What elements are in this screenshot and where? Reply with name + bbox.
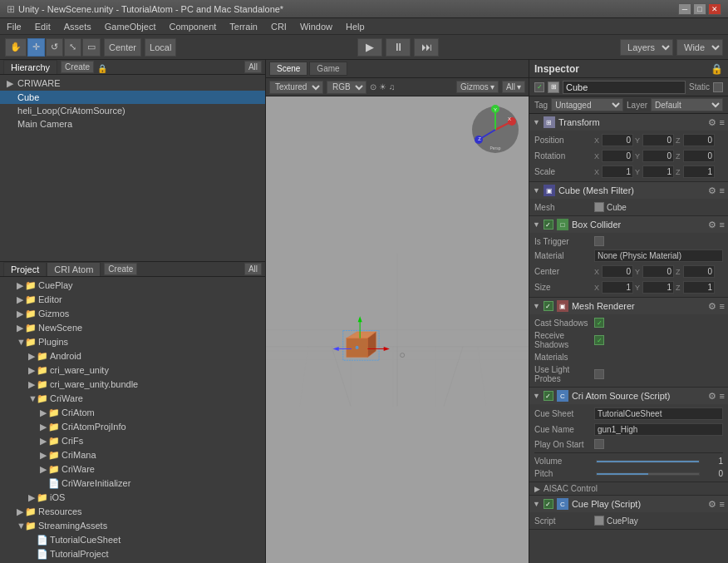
gizmos-button[interactable]: Gizmos ▾ [456,81,499,93]
play-button[interactable]: ▶ [357,38,382,57]
menu-window[interactable]: Window [297,21,336,32]
project-item-streaming[interactable]: ▼ 📁StreamingAssets [0,519,265,533]
meshfilter-menu[interactable]: ≡ [720,185,725,195]
castshadows-checkbox[interactable]: ✓ [594,318,604,328]
boxcollider-header[interactable]: ▼ ✓ □ Box Collider ⚙ ≡ [529,216,728,233]
volume-slider[interactable] [596,460,700,463]
project-item-criatomproj[interactable]: ▶ 📁CriAtomProjInfo [0,420,265,434]
center-z-input[interactable] [683,265,715,278]
meshrenderer-header[interactable]: ▼ ✓ ▣ Mesh Renderer ⚙ ≡ [529,298,728,314]
project-item-tutorialproject[interactable]: 📄TutorialProject [0,547,265,561]
tag-select[interactable]: Untagged [551,98,623,111]
hierarchy-item-criware[interactable]: ▶ CRIWARE [0,77,265,91]
static-checkbox[interactable] [713,82,723,92]
project-tab[interactable]: Project [3,262,47,276]
rot-z-input[interactable] [683,150,715,162]
render-mode-select[interactable]: Textured [269,81,323,94]
inspector-lock[interactable]: 🔒 [711,63,723,75]
istrigger-checkbox[interactable] [594,236,604,246]
hand-tool[interactable]: ✋ [5,38,27,57]
meshfilter-header[interactable]: ▼ ▣ Cube (Mesh Filter) ⚙ ≡ [529,182,728,199]
transform-settings[interactable]: ⚙ [708,117,716,128]
rot-y-input[interactable] [642,150,674,162]
transform-header[interactable]: ▼ ⊞ Transform ⚙ ≡ [529,114,728,131]
pos-y-input[interactable] [642,134,674,146]
close-button[interactable]: ✕ [708,3,721,15]
center-x-input[interactable] [602,265,633,278]
project-item-criwareubitybundle[interactable]: ▶ 📁cri_ware_unity.bundle [0,378,265,392]
scene-icon3[interactable]: ♫ [389,82,396,91]
pos-z-input[interactable] [683,134,715,146]
project-item-crimana[interactable]: ▶ 📁CriMana [0,448,265,462]
project-item-gizmos[interactable]: ▶ 📁Gizmos [0,307,265,321]
object-active-checkbox[interactable]: ✓ [534,82,544,92]
menu-help[interactable]: Help [342,21,368,32]
project-item-ios[interactable]: ▶ 📁iOS [0,491,265,505]
layout-dropdown[interactable]: Wide [676,39,723,56]
maximize-button[interactable]: □ [693,3,706,15]
size-z-input[interactable] [683,281,715,294]
boxcollider-settings[interactable]: ⚙ [708,220,716,230]
pause-button[interactable]: ⏸ [386,38,411,57]
material-input[interactable] [594,249,723,262]
center-toggle[interactable]: Center [104,38,141,57]
meshrenderer-menu[interactable]: ≡ [720,301,725,311]
menu-cri[interactable]: CRI [268,21,290,32]
project-all-btn[interactable]: All [244,263,262,275]
meshrenderer-enabled[interactable]: ✓ [544,301,553,311]
boxcollider-enabled[interactable]: ✓ [544,220,553,230]
hierarchy-item-cube[interactable]: Cube [0,91,265,104]
hierarchy-item-heli[interactable]: heli_Loop(CriAtomSource) [0,104,265,117]
hierarchy-create-btn[interactable]: Create [61,61,94,73]
scale-x-input[interactable] [602,165,633,178]
scene-icon1[interactable]: ⊙ [370,82,376,91]
project-item-criware[interactable]: ▼ 📁CriWare [0,392,265,406]
project-item-criwireinit[interactable]: 📄CriWareInitializer [0,477,265,491]
move-tool[interactable]: ✛ [27,38,45,57]
project-item-cueplay[interactable]: ▶ 📁CuePlay [0,279,265,293]
scene-orientation-gizmo[interactable]: X Y Z Persp [470,105,520,155]
project-item-editor[interactable]: ▶ 📁Editor [0,293,265,307]
layers-dropdown[interactable]: Layers [620,39,673,56]
center-y-input[interactable] [642,265,674,278]
menu-edit[interactable]: Edit [32,21,54,32]
scale-y-input[interactable] [642,165,674,178]
cueplay-enabled[interactable]: ✓ [544,499,553,509]
criatomsource-enabled[interactable]: ✓ [544,391,553,401]
project-item-android[interactable]: ▶ 📁Android [0,349,265,363]
meshfilter-settings[interactable]: ⚙ [708,185,716,196]
rot-x-input[interactable] [602,150,633,162]
scale-z-input[interactable] [683,165,715,178]
project-item-resources[interactable]: ▶ 📁Resources [0,505,265,519]
menu-component[interactable]: Component [165,21,219,32]
cueplay-settings[interactable]: ⚙ [708,499,716,510]
menu-assets[interactable]: Assets [61,21,95,32]
meshrenderer-settings[interactable]: ⚙ [708,301,716,312]
cueplay-header[interactable]: ▼ ✓ C Cue Play (Script) ⚙ ≡ [529,496,728,512]
local-toggle[interactable]: Local [145,38,176,57]
step-button[interactable]: ⏭ [414,38,439,57]
pos-x-input[interactable] [602,134,633,146]
rect-tool[interactable]: ▭ [82,38,101,57]
scene-canvas[interactable]: X Y Z Persp [266,96,529,563]
project-item-tutorialcuesheet[interactable]: 📄TutorialCueSheet [0,533,265,547]
uselightprobes-checkbox[interactable] [594,369,604,379]
project-item-criware2[interactable]: ▶ 📁CriWare [0,462,265,477]
cuesheet-input[interactable] [594,407,723,420]
size-y-input[interactable] [642,281,674,294]
project-item-crifs[interactable]: ▶ 📁CriFs [0,434,265,448]
project-create-btn[interactable]: Create [104,263,137,275]
transform-menu[interactable]: ≡ [720,117,725,127]
rotate-tool[interactable]: ↺ [46,38,63,57]
size-x-input[interactable] [602,281,633,294]
scale-tool[interactable]: ⤡ [64,38,81,57]
scene-tab[interactable]: Scene [269,62,307,76]
project-item-criatom[interactable]: ▶ 📁CriAtom [0,406,265,420]
menu-file[interactable]: File [3,21,25,32]
hierarchy-all-btn[interactable]: All [244,61,262,73]
project-item-newscene[interactable]: ▶ 📁NewScene [0,321,265,335]
object-name-input[interactable] [563,81,686,94]
all-button[interactable]: All ▾ [502,81,525,93]
project-item-plugins[interactable]: ▼ 📁Plugins [0,335,265,349]
menu-terrain[interactable]: Terrain [226,21,261,32]
